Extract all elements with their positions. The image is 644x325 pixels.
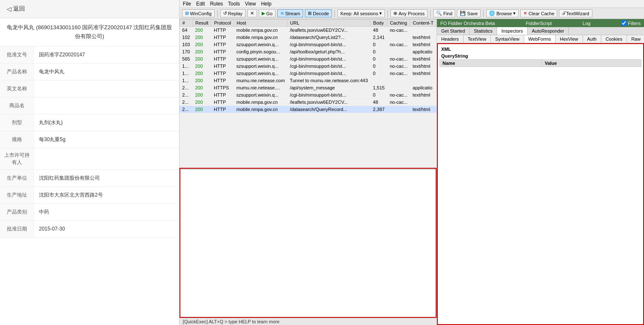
table-row[interactable]: 103200HTTPszsupport.weixin.q.../cgi-bin/… bbox=[180, 41, 436, 48]
cell-body: 0 bbox=[370, 56, 387, 63]
save-button[interactable]: 💾 Save bbox=[457, 9, 481, 17]
table-row[interactable]: 170200HTTPconfig.pinyin.sogou.../api/too… bbox=[180, 48, 436, 56]
menu-rules[interactable]: Rules bbox=[210, 1, 223, 7]
request-subtab-webforms[interactable]: WebForms bbox=[524, 35, 556, 43]
info-row: 产品类别 中药 bbox=[0, 204, 179, 221]
cell-body: 2,141 bbox=[370, 34, 387, 41]
separator-1 bbox=[217, 10, 218, 17]
info-value bbox=[34, 81, 179, 97]
table-row[interactable]: 2...200HTTPmobile.nmpa.gov.cn/datasearch… bbox=[180, 106, 436, 113]
replay-button[interactable]: ↺ Replay bbox=[220, 9, 246, 17]
browse-button[interactable]: 🌐 Browse ▾ bbox=[486, 9, 519, 17]
cell-: 565 bbox=[180, 56, 192, 63]
find-icon: 🔍 bbox=[436, 11, 442, 16]
cell-caching: no-cac... bbox=[387, 27, 410, 34]
sessions-scroll[interactable]: #ResultProtocolHostURLBodyCachingContent… bbox=[180, 19, 437, 168]
cell-url: /leaflets.json/uw6EDY2CV... bbox=[287, 99, 370, 106]
request-subtab-raw[interactable]: Raw bbox=[627, 35, 644, 43]
cell-result: 200 bbox=[193, 34, 211, 41]
info-label: 规格 bbox=[0, 131, 34, 148]
orchestra-label[interactable]: FO Fiddler Orchestra Beta bbox=[440, 21, 495, 26]
info-value: 国药准字Z20020147 bbox=[34, 47, 179, 63]
request-subtab-auth[interactable]: Auth bbox=[583, 35, 602, 43]
menu-file[interactable]: File bbox=[183, 1, 191, 7]
back-button[interactable]: ◁ 返回 bbox=[7, 5, 25, 13]
table-row[interactable]: 1...200HTTPmumu.nie.netease.comTunnel to… bbox=[180, 77, 436, 84]
cell-body: 0 bbox=[370, 92, 387, 99]
menu-tools[interactable]: Tools bbox=[228, 1, 240, 7]
remove-button[interactable]: ✕ bbox=[247, 9, 257, 17]
menu-edit[interactable]: Edit bbox=[196, 1, 205, 7]
request-subtab-cookies[interactable]: Cookies bbox=[601, 35, 627, 43]
request-subtab-syntaxview[interactable]: SyntaxView bbox=[491, 35, 524, 43]
table-row[interactable]: 1...200HTTPszsupport.weixin.q.../cgi-bin… bbox=[180, 63, 436, 70]
table-row[interactable]: 565200HTTPszsupport.weixin.q.../cgi-bin/… bbox=[180, 56, 436, 63]
request-subtab-textview[interactable]: TextView bbox=[464, 35, 491, 43]
replay-icon: ↺ bbox=[223, 11, 227, 16]
info-row: 商品名 bbox=[0, 97, 179, 114]
cell-url: /cgi-bin/mmsupport-bin/st... bbox=[287, 70, 370, 77]
cell-protocol: HTTP bbox=[211, 92, 234, 99]
json-tree[interactable] bbox=[180, 169, 436, 317]
any-process-dropdown[interactable]: ⊕ Any Process bbox=[390, 9, 428, 17]
cell-contentt bbox=[410, 99, 437, 106]
cell-host: mumu.nie.netease.... bbox=[234, 84, 287, 92]
menu-view[interactable]: View bbox=[245, 1, 256, 7]
go-button[interactable]: ▶ Go bbox=[259, 9, 276, 17]
stream-button[interactable]: ≋ Stream bbox=[277, 9, 303, 17]
cell-contentt: applicatio bbox=[410, 84, 437, 92]
filters-checkbox[interactable]: Filters bbox=[621, 20, 641, 26]
cell-protocol: HTTP bbox=[211, 56, 234, 63]
table-row[interactable]: 2...200HTTPszsupport.weixin.q.../cgi-bin… bbox=[180, 92, 436, 99]
info-label: 上市许可持有人 bbox=[0, 148, 34, 169]
info-value: 每30丸重5g bbox=[34, 131, 179, 148]
menu-help[interactable]: Help bbox=[261, 1, 271, 7]
filters-checkbox-input[interactable] bbox=[621, 20, 627, 26]
inspector-tab-inspectors[interactable]: Inspectors bbox=[497, 27, 528, 35]
info-label: 批准文号 bbox=[0, 47, 34, 63]
keep-sessions-dropdown[interactable]: Keep: All sessions ▾ bbox=[337, 9, 385, 17]
table-row[interactable]: 1...200HTTPszsupport.weixin.q.../cgi-bin… bbox=[180, 70, 436, 77]
info-label: 生产地址 bbox=[0, 187, 34, 203]
inspector-tab-statistics[interactable]: Statistics bbox=[470, 27, 497, 35]
cell-protocol: HTTP bbox=[211, 27, 234, 34]
table-row[interactable]: 2...200HTTPmobile.nmpa.gov.cn/leaflets.j… bbox=[180, 99, 436, 106]
cell-host: szsupport.weixin.q... bbox=[234, 63, 287, 70]
winconfig-button[interactable]: ⊞ WinConfig bbox=[182, 9, 215, 17]
fiddler-right-panel: FO Fiddler Orchestra Beta FiddlerScript … bbox=[437, 19, 644, 325]
cell-: 1... bbox=[180, 77, 192, 84]
cell-body bbox=[370, 77, 387, 84]
table-row[interactable]: 64200HTTPmobile.nmpa.gov.cn/leaflets.jso… bbox=[180, 27, 436, 34]
table-row[interactable]: 2...200HTTPSmumu.nie.netease..../api/sys… bbox=[180, 84, 436, 92]
clear-cache-button[interactable]: ✕ Clear Cache bbox=[520, 9, 557, 17]
cell-url: /datasearch/QueryRecord... bbox=[287, 106, 370, 113]
textwizard-button[interactable]: 𝒯 TextWizard bbox=[559, 9, 592, 17]
cell-protocol: HTTP bbox=[211, 77, 234, 84]
cell-protocol: HTTP bbox=[211, 99, 234, 106]
crosshair-icon: ⊕ bbox=[393, 11, 397, 16]
request-subtab-hexview[interactable]: HexView bbox=[556, 35, 583, 43]
cell-: 64 bbox=[180, 27, 192, 34]
request-subtab-headers[interactable]: Headers bbox=[437, 35, 464, 43]
table-row[interactable]: 102200HTTPmobile.nmpa.gov.cn/datasearch/… bbox=[180, 34, 436, 41]
cell-caching: no-cac... bbox=[387, 56, 410, 63]
decode-button[interactable]: ⊞ Decode bbox=[305, 9, 332, 17]
cell-host: mobile.nmpa.gov.cn bbox=[234, 27, 287, 34]
querystring-panel[interactable]: XML QueryString Name Value bbox=[438, 44, 643, 324]
log-label[interactable]: Log bbox=[583, 21, 590, 26]
inspector-tab-autoresponder[interactable]: AutoResponder bbox=[528, 27, 569, 35]
info-value bbox=[34, 97, 179, 114]
info-value: 沈阳市大东区北大营西路2号 bbox=[34, 187, 179, 203]
cell-result: 200 bbox=[193, 56, 211, 63]
inspector-tab-get-started[interactable]: Get Started bbox=[437, 27, 470, 35]
cell-: 2... bbox=[180, 106, 192, 113]
info-value: 中药 bbox=[34, 204, 179, 220]
fiddlerscript-label[interactable]: FiddlerScript bbox=[526, 21, 552, 26]
response-panel bbox=[180, 168, 437, 318]
find-button[interactable]: 🔍 Find bbox=[433, 9, 455, 17]
browse-dropdown-icon: ▾ bbox=[513, 11, 516, 16]
cell-caching bbox=[387, 34, 410, 41]
cell-host: mobile.nmpa.gov.cn bbox=[234, 99, 287, 106]
cell-result: 200 bbox=[193, 70, 211, 77]
querystring-table: Name Value bbox=[439, 59, 641, 67]
